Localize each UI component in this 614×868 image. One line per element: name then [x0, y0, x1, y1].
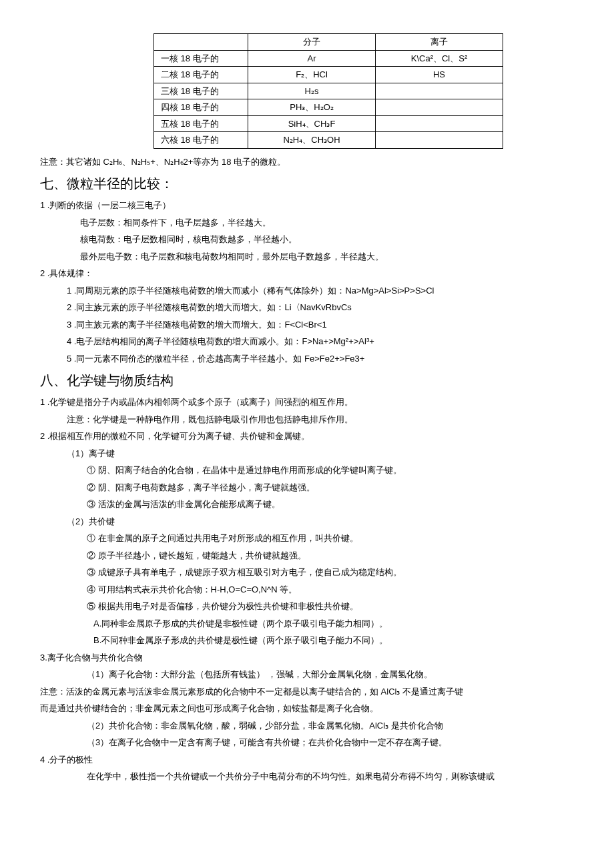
para-8-3-3: （3）在离子化合物中一定含有离子键，可能含有共价键；在共价化合物中一定不存在离子… [87, 736, 574, 749]
cell-mol: PH₃、H₂O₂ [248, 99, 376, 116]
para-8-4a: 在化学中，极性指一个共价键或一个共价分子中电荷分布的不均匀性。如果电荷分布得不均… [87, 770, 574, 783]
row-label: 二核 18 电子的 [154, 67, 248, 83]
cell-ion [376, 132, 503, 149]
row-label: 五核 18 电子的 [154, 115, 248, 132]
para-8-2-2B: B.不同种非金属原子形成的共价键是极性键（两个原子吸引电子能力不同）。 [93, 634, 574, 647]
cell-mol: N₂H₄、CH₃OH [248, 132, 376, 149]
para-7-2a: 1 .同周期元素的原子半径随核电荷数的增大而减小（稀有气体除外）如：Na>Mg>… [67, 284, 574, 298]
para-8-3-note1: 注意：活泼的金属元素与活泼非金属元素形成的化合物中不一定都是以离子键结合的，如 … [40, 685, 574, 699]
para-8-4: 4 .分子的极性 [40, 753, 574, 767]
row-label: 四核 18 电子的 [154, 99, 248, 116]
para-8-2-2a: ① 在非金属的原子之间通过共用电子对所形成的相互作用，叫共价键。 [87, 532, 574, 545]
para-8-2-1: （1）离子键 [67, 447, 574, 460]
para-7-1b: 核电荷数：电子层数相同时，核电荷数越多，半径越小。 [80, 233, 574, 246]
table-row: 六核 18 电子的 N₂H₄、CH₃OH [154, 132, 503, 149]
table-row: 三核 18 电子的 H₂s [154, 83, 503, 99]
para-7-2e: 5 .同一元素不同价态的微粒半径，价态越高离子半径越小。如 Fe>Fe2+>Fe… [67, 352, 574, 366]
para-8-3: 3.离子化合物与共价化合物 [40, 651, 574, 665]
para-8-2-1a: ① 阴、阳离子结合的化合物，在晶体中是通过静电作用而形成的化学键叫离子键。 [87, 464, 574, 477]
cell-ion: HS [376, 67, 503, 83]
cell-mol: SiH₄、CH₃F [248, 115, 376, 132]
para-8-2-2e: ⑤ 根据共用电子对是否偏移，共价键分为极性共价键和非极性共价键。 [87, 600, 574, 613]
row-label: 一核 18 电子的 [154, 50, 248, 67]
heading-section-7: 七、微粒半径的比较： [40, 173, 574, 193]
para-8-2-2A: A.同种非金属原子形成的共价键是非极性键（两个原子吸引电子能力相同）。 [93, 617, 574, 630]
para-7-2c: 3 .同主族元素的离子半径随核电荷数的增大而增大。如：F<Cl<Br<1 [67, 318, 574, 332]
cell-mol: F₂、HCl [248, 67, 376, 83]
table-row: 二核 18 电子的 F₂、HCl HS [154, 67, 503, 83]
para-8-2: 2 .根据相互作用的微粒不同，化学键可分为离子键、共价键和金属键。 [40, 430, 574, 443]
para-8-3-1: （1）离子化合物：大部分盐（包括所有钱盐） ，强碱，大部分金属氧化物，金属氢化物… [87, 668, 574, 681]
table-row: 五核 18 电子的 SiH₄、CH₃F [154, 115, 503, 132]
cell-mol: H₂s [248, 83, 376, 99]
para-7-1a: 电子层数：相同条件下，电子层越多，半径越大。 [80, 216, 574, 230]
para-7-1: 1 .判断的依据（一层二核三电子） [40, 199, 574, 212]
cell-ion [376, 83, 503, 99]
para-8-2-1b: ② 阴、阳离子电荷数越多，离子半径越小，离子键就越强。 [87, 481, 574, 494]
para-7-2d: 4 .电子层结构相同的离子半径随核电荷数的增大而减小。如：F>Na+>Mg²+>… [67, 335, 574, 348]
note-other-particles: 注意：其它诸如 C₂H₆、N₂H₅+、N₂H₆2+等亦为 18 电子的微粒。 [40, 155, 574, 169]
para-8-2-2b: ② 原子半径越小，键长越短，键能越大，共价键就越强。 [87, 549, 574, 562]
cell-mol: Ar [248, 50, 376, 67]
para-7-2: 2 .具体规律： [40, 267, 574, 280]
para-8-3-2: （2）共价化合物：非金属氧化物，酸，弱碱，少部分盐，非金属氢化物。AlCl₃ 是… [87, 719, 574, 733]
table-row: 一核 18 电子的 Ar K\Ca²、Cl、S² [154, 50, 503, 67]
para-8-1: 1 .化学键是指分子内或晶体内相邻两个或多个原子（或离子）间强烈的相互作用。 [40, 396, 574, 409]
table-row: 四核 18 电子的 PH₃、H₂O₂ [154, 99, 503, 116]
para-8-1-note: 注意：化学键是一种静电作用，既包括静电吸引作用也包括静电排斥作用。 [67, 413, 574, 426]
para-7-1c: 最外层电子数：电子层数和核电荷数均相同时，最外层电子数越多，半径越大。 [80, 250, 574, 264]
table-header-row: 分子 离子 [154, 34, 503, 51]
header-molecule: 分子 [248, 34, 376, 51]
para-8-2-2c: ③ 成键原子具有单电子，成键原子双方相互吸引对方电子，使自己成为稳定结构。 [87, 566, 574, 579]
para-8-2-1c: ③ 活泼的金属与活泼的非金属化合能形成离子键。 [87, 498, 574, 511]
row-label: 三核 18 电子的 [154, 83, 248, 99]
header-ion: 离子 [376, 34, 503, 51]
cell-ion [376, 115, 503, 132]
para-8-2-2: （2）共价键 [67, 515, 574, 528]
para-8-3-note2: 而是通过共价键结合的；非金属元素之间也可形成离子化合物，如铵盐都是离子化合物。 [40, 702, 574, 715]
row-label: 六核 18 电子的 [154, 132, 248, 149]
cell-ion [376, 99, 503, 116]
heading-section-8: 八、化学键与物质结构 [40, 370, 574, 390]
electron-18-table: 分子 离子 一核 18 电子的 Ar K\Ca²、Cl、S² 二核 18 电子的… [154, 33, 503, 149]
para-7-2b: 2 .同主族元素的原子半径随核电荷数的增大而增大。如：Li〈NavKvRbvCs [67, 301, 574, 314]
header-blank [154, 34, 248, 51]
cell-ion: K\Ca²、Cl、S² [376, 50, 503, 67]
para-8-2-2d: ④ 可用结构式表示共价化合物：H-H,O=C=O,N^N 等。 [87, 583, 574, 596]
